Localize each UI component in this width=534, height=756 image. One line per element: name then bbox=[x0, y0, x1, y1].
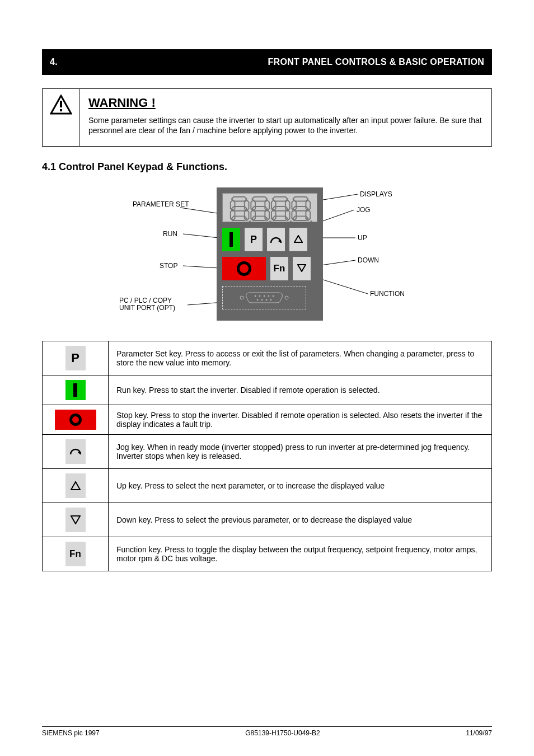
stop-button[interactable] bbox=[222, 257, 266, 280]
svg-point-54 bbox=[257, 299, 259, 301]
parameter-key-icon: P bbox=[65, 346, 86, 370]
svg-point-27 bbox=[269, 220, 271, 222]
jog-key-icon bbox=[65, 439, 86, 464]
db9-connector-icon bbox=[236, 289, 292, 306]
control-panel: P Fn bbox=[217, 187, 323, 321]
svg-point-35 bbox=[290, 220, 292, 222]
svg-rect-1 bbox=[60, 101, 62, 107]
label-up: UP bbox=[358, 234, 367, 242]
warning-icon-cell bbox=[43, 89, 79, 146]
table-text-cell: Parameter Set key. Press to access or ex… bbox=[109, 341, 492, 375]
svg-point-47 bbox=[240, 296, 243, 299]
label-run: RUN bbox=[163, 231, 177, 238]
table-row: Fn Function key. Press to toggle the dis… bbox=[43, 537, 492, 571]
warning-text-cell: WARNING ! Some parameter settings can ca… bbox=[79, 89, 491, 146]
svg-point-55 bbox=[261, 299, 263, 301]
up-key-icon bbox=[65, 473, 86, 498]
svg-marker-59 bbox=[71, 482, 80, 490]
panel-row-2: Fn bbox=[222, 257, 317, 280]
svg-point-43 bbox=[310, 220, 312, 222]
svg-point-19 bbox=[249, 220, 251, 222]
key-function-table: P Parameter Set key. Press to access or … bbox=[42, 341, 492, 571]
section-number: 4. bbox=[50, 57, 58, 67]
table-icon-cell bbox=[43, 503, 109, 537]
run-bar-icon bbox=[229, 232, 233, 247]
table-icon-cell: P bbox=[43, 341, 109, 375]
svg-point-52 bbox=[268, 295, 270, 297]
table-row: Down key. Press to select the previous p… bbox=[43, 503, 492, 537]
svg-marker-45 bbox=[294, 236, 302, 242]
table-row: Run key. Press to start the inverter. Di… bbox=[43, 375, 492, 405]
table-icon-cell bbox=[43, 375, 109, 405]
label-stop: STOP bbox=[160, 262, 177, 270]
up-button[interactable] bbox=[289, 228, 307, 251]
table-icon-cell bbox=[43, 468, 109, 503]
svg-point-51 bbox=[264, 295, 265, 297]
table-text-cell: Function key. Press to toggle the displa… bbox=[109, 537, 492, 571]
label-port: PC / PLC / COPY UNIT PORT (OPT) bbox=[119, 297, 175, 312]
triangle-down-icon bbox=[297, 262, 306, 275]
table-text-cell: Jog key. When in ready mode (inverter st… bbox=[109, 434, 492, 468]
svg-rect-2 bbox=[60, 109, 62, 111]
label-jog: JOG bbox=[357, 206, 371, 214]
label-function: FUNCTION bbox=[370, 290, 405, 298]
stop-ring-icon bbox=[237, 261, 251, 276]
svg-marker-46 bbox=[298, 265, 306, 271]
table-row: Jog key. When in ready mode (inverter st… bbox=[43, 434, 492, 468]
run-button[interactable] bbox=[222, 228, 240, 251]
svg-marker-60 bbox=[71, 516, 80, 524]
lcd-display bbox=[222, 193, 317, 222]
run-key-icon bbox=[65, 380, 86, 400]
function-button[interactable]: Fn bbox=[270, 257, 288, 280]
parameter-button[interactable]: P bbox=[245, 228, 263, 251]
warning-body: Some parameter settings can cause the in… bbox=[88, 116, 483, 136]
label-down: DOWN bbox=[358, 257, 379, 264]
svg-point-57 bbox=[270, 299, 272, 301]
section-header: 4. FRONT PANEL CONTROLS & BASIC OPERATIO… bbox=[42, 49, 492, 75]
jog-button[interactable] bbox=[267, 228, 285, 251]
triangle-up-icon bbox=[294, 233, 303, 246]
svg-point-50 bbox=[259, 295, 261, 297]
table-text-cell: Run key. Press to start the inverter. Di… bbox=[109, 375, 492, 405]
warning-box: WARNING ! Some parameter settings can ca… bbox=[42, 88, 492, 147]
table-icon-cell: Fn bbox=[43, 537, 109, 571]
table-icon-cell bbox=[43, 405, 109, 434]
label-parameter-set: PARAMETER SET bbox=[133, 201, 189, 208]
warning-triangle-icon bbox=[50, 95, 72, 117]
page-footer: SIEMENS plc 1997 G85139-H1750-U049-B2 11… bbox=[42, 726, 492, 737]
footer-center: G85139-H1750-U049-B2 bbox=[245, 729, 320, 737]
svg-point-49 bbox=[255, 295, 256, 297]
footer-right: 11/09/97 bbox=[466, 729, 492, 737]
table-text-cell: Stop key. Press to stop the inverter. Di… bbox=[109, 405, 492, 434]
keypad-diagram: PARAMETER SET RUN STOP PC / PLC / COPY U… bbox=[88, 182, 446, 327]
table-text-cell: Down key. Press to select the previous p… bbox=[109, 503, 492, 537]
svg-point-48 bbox=[285, 296, 288, 299]
table-row: Up key. Press to select the next paramet… bbox=[43, 468, 492, 503]
down-button[interactable] bbox=[293, 257, 311, 280]
warning-title: WARNING ! bbox=[88, 96, 483, 110]
table-text-cell: Up key. Press to select the next paramet… bbox=[109, 468, 492, 503]
stop-key-icon bbox=[55, 410, 96, 430]
svg-point-53 bbox=[273, 295, 274, 297]
footer-left: SIEMENS plc 1997 bbox=[42, 729, 100, 737]
label-displays: DISPLAYS bbox=[360, 191, 392, 198]
subsection-heading: 4.1 Control Panel Keypad & Functions. bbox=[42, 161, 492, 173]
table-row: P Parameter Set key. Press to access or … bbox=[43, 341, 492, 375]
svg-point-56 bbox=[266, 299, 268, 301]
fn-key-icon: Fn bbox=[65, 542, 86, 566]
serial-port-box bbox=[222, 286, 306, 309]
table-icon-cell bbox=[43, 434, 109, 468]
down-key-icon bbox=[65, 508, 86, 532]
table-row: Stop key. Press to stop the inverter. Di… bbox=[43, 405, 492, 434]
jog-arc-icon bbox=[270, 232, 282, 247]
panel-row-1: P bbox=[222, 228, 317, 251]
section-title: FRONT PANEL CONTROLS & BASIC OPERATION bbox=[268, 57, 484, 67]
